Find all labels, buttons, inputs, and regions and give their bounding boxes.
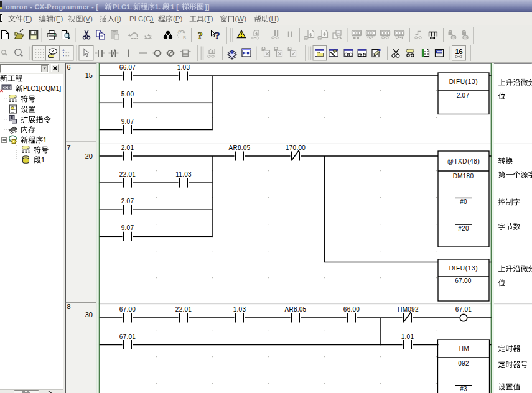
svg-text:AR8.05: AR8.05 (229, 144, 251, 151)
svg-text:092: 092 (458, 360, 469, 367)
svg-text:#20: #20 (458, 225, 469, 232)
svg-text:#3: #3 (460, 386, 467, 392)
svg-text:TIM: TIM (458, 345, 469, 352)
svg-text:6: 6 (67, 63, 71, 71)
svg-text:67.01: 67.01 (119, 333, 136, 340)
svg-text:67.00: 67.00 (119, 306, 136, 313)
svg-text:1.03: 1.03 (177, 64, 190, 71)
svg-text:170.00: 170.00 (286, 144, 306, 151)
svg-text:8: 8 (67, 303, 71, 310)
svg-text:9.07: 9.07 (121, 224, 134, 231)
svg-text:@TXD(48): @TXD(48) (447, 158, 480, 165)
svg-text:5.00: 5.00 (121, 91, 134, 98)
svg-text:66.07: 66.07 (119, 64, 136, 71)
svg-text:#0: #0 (460, 198, 467, 205)
svg-text:20: 20 (85, 152, 93, 160)
svg-text:30: 30 (85, 311, 93, 318)
svg-text:AR8.05: AR8.05 (285, 306, 307, 313)
svg-text:2.07: 2.07 (121, 198, 134, 205)
svg-text:DIFU(13): DIFU(13) (449, 265, 478, 272)
svg-text:DIFU(13): DIFU(13) (449, 78, 478, 85)
svg-text:2.07: 2.07 (457, 92, 470, 99)
svg-text:1.03: 1.03 (233, 306, 246, 313)
svg-text:67.00: 67.00 (455, 277, 471, 284)
svg-text:TIM092: TIM092 (396, 306, 419, 313)
svg-text:11.03: 11.03 (175, 171, 192, 178)
svg-text:22.01: 22.01 (175, 306, 192, 313)
svg-text:15: 15 (85, 72, 93, 79)
svg-text:7: 7 (67, 144, 71, 151)
svg-text:9.07: 9.07 (121, 118, 134, 125)
svg-text:22.01: 22.01 (119, 171, 136, 178)
svg-text:66.00: 66.00 (343, 306, 360, 313)
svg-text:2.01: 2.01 (121, 144, 134, 151)
svg-text:1.01: 1.01 (401, 333, 414, 340)
svg-text:DM180: DM180 (453, 173, 474, 180)
svg-text:67.01: 67.01 (455, 306, 472, 313)
